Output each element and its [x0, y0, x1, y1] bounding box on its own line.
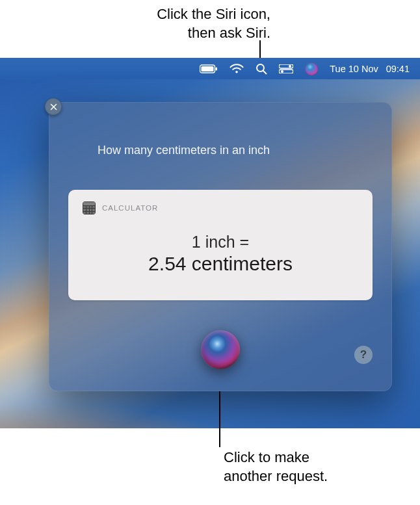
- siri-orb-button[interactable]: [201, 330, 240, 369]
- menubar-date: Tue 10 Nov: [330, 64, 378, 74]
- annotation-bottom-line2: another request.: [224, 467, 328, 486]
- menubar: Tue 10 Nov 09:41: [0, 58, 420, 79]
- svg-point-8: [281, 70, 283, 73]
- result-line-2: 2.54 centimeters: [83, 253, 358, 275]
- annotation-top: Click the Siri icon, then ask Siri.: [157, 5, 270, 42]
- svg-point-6: [289, 65, 291, 68]
- svg-rect-2: [216, 67, 218, 70]
- close-icon: [50, 103, 57, 110]
- card-header: CALCULATOR: [83, 201, 358, 214]
- annotation-bottom-leader: [219, 391, 220, 447]
- siri-query-text: How many centimeters in an inch: [98, 144, 343, 157]
- card-source-label: CALCULATOR: [102, 204, 158, 212]
- annotation-top-line1: Click the Siri icon,: [157, 5, 270, 24]
- card-result: 1 inch = 2.54 centimeters: [83, 233, 358, 275]
- menubar-time: 09:41: [386, 64, 410, 74]
- annotation-top-line2: then ask Siri.: [157, 24, 270, 43]
- annotation-bottom: Click to make another request.: [224, 448, 328, 486]
- svg-rect-1: [202, 66, 214, 71]
- control-center-icon[interactable]: [279, 64, 293, 73]
- siri-panel: How many centimeters in an inch CALCULAT…: [49, 102, 392, 391]
- spotlight-search-icon[interactable]: [256, 63, 267, 75]
- result-line-1: 1 inch =: [83, 233, 358, 252]
- battery-icon[interactable]: [200, 64, 218, 73]
- menubar-datetime[interactable]: Tue 10 Nov 09:41: [330, 64, 410, 74]
- calculator-icon: [83, 201, 96, 214]
- svg-line-4: [263, 71, 267, 74]
- siri-menubar-icon[interactable]: [305, 62, 318, 75]
- annotation-top-leader: [259, 40, 261, 58]
- help-icon: ?: [360, 348, 367, 361]
- wifi-icon[interactable]: [230, 64, 244, 74]
- annotation-bottom-line1: Click to make: [224, 448, 328, 467]
- siri-answer-card[interactable]: CALCULATOR 1 inch = 2.54 centimeters: [68, 190, 373, 300]
- help-button[interactable]: ?: [354, 346, 373, 364]
- desktop-background: Tue 10 Nov 09:41 How many centimeters in…: [0, 58, 420, 428]
- close-button[interactable]: [45, 98, 62, 115]
